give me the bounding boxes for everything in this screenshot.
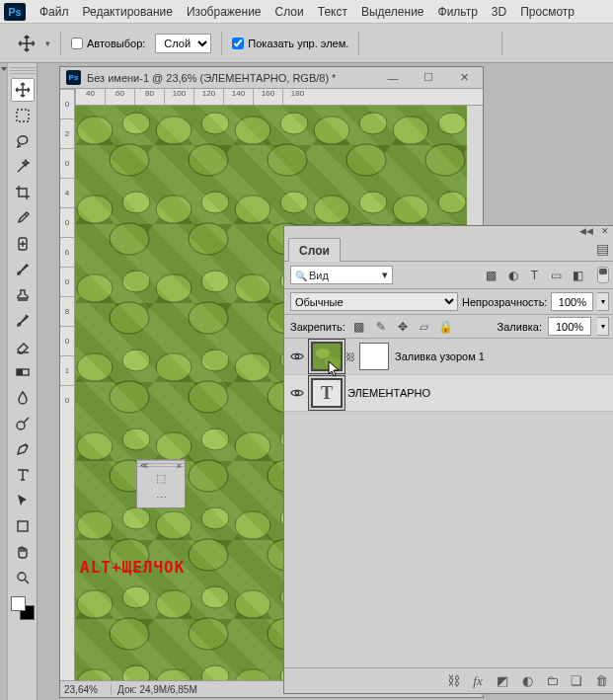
new-group-icon[interactable]: 🗀 [544, 673, 560, 689]
panel-menu-icon[interactable]: ▤ [596, 241, 609, 257]
distribute-2-icon[interactable] [532, 35, 549, 51]
menu-filter[interactable]: Фильтр [438, 5, 478, 19]
mask-link-icon[interactable]: ⛓ [345, 351, 355, 362]
opacity-field[interactable]: 100% [551, 292, 593, 311]
zoom-tool[interactable] [11, 566, 35, 589]
blur-tool[interactable] [11, 386, 35, 410]
align-right-icon[interactable] [475, 35, 492, 51]
window-close-button[interactable]: ✕ [451, 71, 477, 85]
lock-artboard-icon[interactable]: ▱ [417, 319, 432, 335]
align-top-icon[interactable] [369, 35, 386, 51]
menu-text[interactable]: Текст [318, 5, 347, 19]
foreground-swatch[interactable] [11, 596, 26, 611]
menu-3d[interactable]: 3D [492, 5, 506, 19]
layer-name[interactable]: Заливка узором 1 [395, 350, 611, 362]
fill-field[interactable]: 100% [548, 317, 591, 336]
ruler-horizontal[interactable]: 40 60 80 100 120 140 160 180 [75, 89, 483, 106]
link-layers-icon[interactable]: ⛓ [445, 673, 461, 689]
marquee-tool[interactable] [11, 104, 35, 127]
lock-position-icon[interactable]: ✥ [395, 319, 411, 335]
layer-thumbnail[interactable] [312, 343, 342, 370]
brush-tool[interactable] [11, 258, 35, 281]
move-tool[interactable] [11, 78, 35, 102]
show-controls-input[interactable] [232, 38, 244, 49]
lasso-tool[interactable] [11, 129, 35, 153]
mini-3d-panel[interactable]: ≪ × ⬚ ⋯ [136, 459, 186, 508]
new-adjust-icon[interactable]: ◐ [519, 673, 535, 689]
align-left-icon[interactable] [435, 35, 452, 51]
align-vcenter-icon[interactable] [389, 35, 406, 51]
visibility-toggle[interactable] [288, 384, 306, 402]
type-tool[interactable] [11, 463, 35, 487]
distribute-1-icon[interactable] [512, 35, 529, 51]
menu-edit[interactable]: Редактирование [83, 5, 173, 19]
filter-adjust-icon[interactable]: ◐ [503, 266, 522, 284]
crop-tool[interactable] [11, 181, 35, 204]
fill-dropdown-icon[interactable]: ▾ [597, 317, 609, 336]
path-select-tool[interactable] [11, 489, 35, 512]
filter-pixel-icon[interactable]: ▩ [482, 266, 500, 284]
zoom-field[interactable]: 23,64% [60, 684, 112, 695]
align-bottom-icon[interactable] [409, 35, 425, 51]
toolbox-grip[interactable] [10, 67, 36, 74]
ruler-vertical[interactable]: 0 2 0 4 0 6 0 8 0 1 0 [60, 89, 75, 680]
filter-text-icon[interactable]: T [525, 266, 544, 284]
layer-mask-thumbnail[interactable] [359, 343, 389, 370]
show-controls-checkbox[interactable]: Показать упр. элем. [232, 38, 348, 49]
document-titlebar[interactable]: Ps Без имени-1 @ 23,6% (ЭЛЕМЕНТАРНО, RGB… [60, 67, 483, 89]
menu-image[interactable]: Изображение [187, 5, 262, 19]
distribute-3-icon[interactable] [552, 35, 569, 51]
lock-paint-icon[interactable]: ✎ [373, 319, 389, 335]
window-maximize-button[interactable]: ☐ [416, 71, 441, 85]
heal-tool[interactable] [11, 232, 35, 256]
blend-mode-select[interactable]: Обычные [290, 292, 458, 311]
window-minimize-button[interactable]: — [380, 71, 406, 85]
dodge-tool[interactable] [11, 412, 35, 435]
lock-all-icon[interactable]: 🔒 [438, 319, 454, 335]
stamp-tool[interactable] [11, 283, 35, 307]
eraser-tool[interactable] [11, 335, 35, 358]
left-rail[interactable] [0, 63, 8, 700]
delete-layer-icon[interactable]: 🗑 [593, 673, 609, 689]
panel-close-icon[interactable]: ✕ [601, 226, 609, 236]
menu-file[interactable]: Файл [39, 5, 69, 19]
filter-smart-icon[interactable]: ◧ [569, 266, 587, 284]
layer-filter-kind-select[interactable]: 🔍Вид ▾ [290, 266, 393, 284]
doc-info[interactable]: Док: 24,9M/6,85M [112, 684, 197, 695]
menu-view[interactable]: Просмотр [520, 5, 575, 19]
color-swatches[interactable] [11, 596, 35, 620]
mini-panel-close-icon[interactable]: × [177, 461, 182, 471]
mini-3d-icon[interactable]: ⬚ [156, 472, 166, 485]
hand-tool[interactable] [11, 540, 35, 564]
tab-layers[interactable]: Слои [288, 238, 341, 262]
add-mask-icon[interactable]: ◩ [495, 673, 510, 689]
layer-name[interactable]: ЭЛЕМЕНТАРНО [347, 387, 611, 399]
move-tool-icon[interactable] [18, 35, 36, 52]
pen-tool[interactable] [11, 437, 35, 461]
history-brush-tool[interactable] [11, 309, 35, 333]
visibility-toggle[interactable] [288, 348, 306, 365]
layer-row-text[interactable]: T ЭЛЕМЕНТАРНО [284, 375, 613, 412]
menu-select[interactable]: Выделение [361, 5, 424, 19]
shape-tool[interactable] [11, 514, 35, 538]
autoselect-input[interactable] [71, 38, 83, 49]
fx-icon[interactable]: fx [470, 673, 486, 689]
autoselect-target-select[interactable]: Слой [155, 34, 211, 53]
new-layer-icon[interactable]: ❏ [569, 673, 584, 689]
mini-panel-more-icon[interactable]: ⋯ [156, 492, 167, 505]
opacity-dropdown-icon[interactable]: ▾ [597, 292, 609, 311]
filter-toggle[interactable] [597, 267, 609, 283]
layer-thumbnail-text[interactable]: T [312, 379, 342, 407]
gradient-tool[interactable] [11, 360, 35, 384]
lock-pixels-icon[interactable]: ▩ [351, 319, 367, 335]
align-hcenter-icon[interactable] [455, 35, 472, 51]
menu-layers[interactable]: Слои [275, 5, 304, 19]
filter-shape-icon[interactable]: ▭ [547, 266, 566, 284]
layer-row-pattern-fill[interactable]: ⛓ Заливка узором 1 [284, 339, 613, 375]
tool-preset-chevron-icon[interactable]: ▾ [45, 39, 50, 48]
mini-panel-expand-icon[interactable]: ≪ [140, 461, 148, 470]
eyedropper-tool[interactable] [11, 206, 35, 230]
wand-tool[interactable] [11, 155, 35, 179]
panel-collapse-icon[interactable]: ◀◀ [579, 226, 593, 236]
autoselect-checkbox[interactable]: Автовыбор: [71, 38, 145, 49]
